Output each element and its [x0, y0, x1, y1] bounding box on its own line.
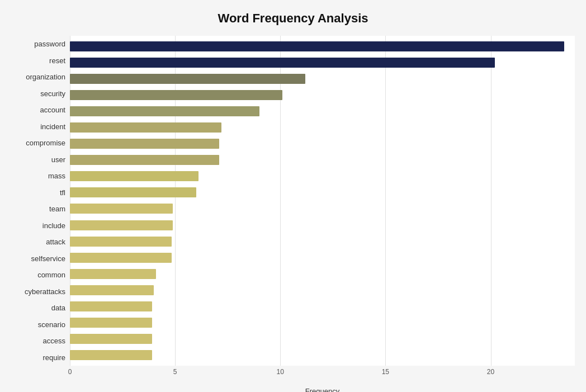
bar — [70, 74, 305, 84]
bar-row — [70, 186, 575, 199]
y-label: team — [49, 205, 65, 212]
bar — [70, 204, 173, 214]
y-label: selfservice — [31, 255, 65, 262]
bar — [70, 301, 152, 311]
y-label: access — [43, 337, 65, 344]
chart-area: passwordresetorganizationsecurityaccount… — [11, 36, 575, 366]
bar-row — [70, 73, 575, 85]
bar-row — [70, 105, 575, 117]
bar-row — [70, 219, 575, 232]
bar-row — [70, 252, 575, 264]
bar — [70, 155, 219, 165]
y-label: cyberattacks — [25, 288, 65, 295]
y-label: security — [40, 90, 65, 97]
y-label: compromise — [26, 139, 65, 147]
x-tick-labels: 05101520 — [70, 368, 575, 385]
bar — [70, 285, 154, 295]
bar-row — [70, 170, 575, 182]
bar — [70, 90, 282, 100]
bar-row — [70, 349, 575, 361]
bar-row — [70, 40, 575, 53]
bar-row — [70, 268, 575, 280]
y-label: scenario — [38, 321, 65, 328]
bar-row — [70, 284, 575, 296]
bar — [70, 350, 152, 360]
bar-row — [70, 317, 575, 329]
bar — [70, 106, 259, 116]
x-tick-label: 10 — [277, 368, 284, 376]
chart-title: Word Frequency Analysis — [11, 11, 575, 26]
x-tick-label: 0 — [68, 368, 72, 376]
bar — [70, 318, 152, 328]
bar-row — [70, 202, 575, 215]
y-label: password — [34, 40, 65, 48]
y-labels: passwordresetorganizationsecurityaccount… — [11, 36, 70, 366]
x-tick-label: 20 — [487, 368, 494, 376]
bar — [70, 253, 172, 263]
y-label: account — [40, 106, 65, 114]
bar-row — [70, 333, 575, 345]
bar — [70, 122, 221, 133]
x-tick-label: 5 — [173, 368, 177, 376]
bar — [70, 41, 564, 51]
y-label: include — [42, 222, 65, 229]
bar — [70, 171, 199, 181]
bar — [70, 139, 219, 149]
bar-row — [70, 235, 575, 248]
bar — [70, 220, 173, 230]
bars-wrapper — [70, 36, 575, 366]
bar-row — [70, 138, 575, 150]
y-label: mass — [48, 172, 65, 180]
y-label: reset — [49, 57, 65, 64]
y-label: tfl — [60, 189, 65, 196]
y-label: user — [51, 156, 65, 163]
x-axis-title: Frequency — [70, 387, 575, 392]
bar-row — [70, 89, 575, 101]
chart-container: Word Frequency Analysis passwordresetorg… — [0, 0, 586, 392]
bar-row — [70, 56, 575, 69]
bar-row — [70, 121, 575, 134]
x-axis-area: 05101520 — [70, 368, 575, 385]
y-label: data — [51, 304, 65, 311]
y-label: organization — [26, 73, 65, 81]
bar — [70, 269, 156, 279]
bar — [70, 237, 172, 247]
bar-row — [70, 300, 575, 313]
bar-area — [70, 36, 575, 366]
bar — [70, 58, 495, 68]
y-label: common — [37, 271, 65, 278]
bar — [70, 187, 196, 197]
bar — [70, 334, 152, 344]
y-label: require — [43, 354, 65, 361]
y-label: attack — [46, 238, 65, 245]
y-label: incident — [40, 123, 65, 130]
x-tick-label: 15 — [382, 368, 389, 376]
bar-row — [70, 154, 575, 166]
